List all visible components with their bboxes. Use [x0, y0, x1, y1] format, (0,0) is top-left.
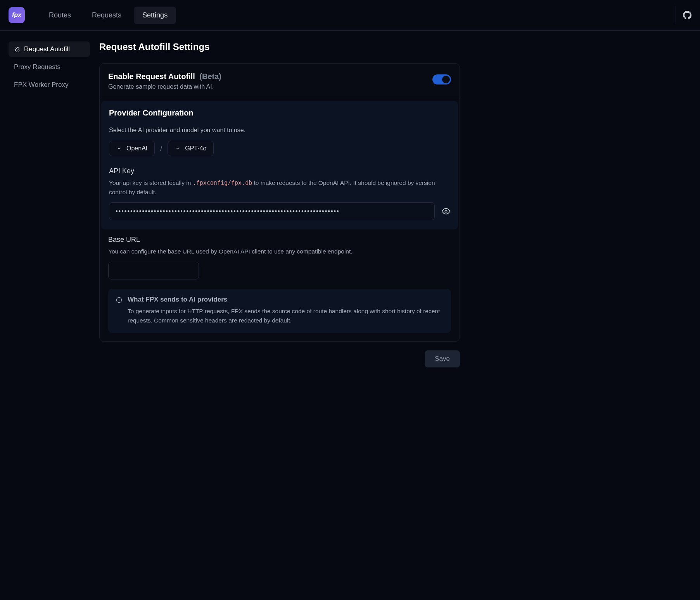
info-title: What FPX sends to AI providers [128, 296, 443, 303]
provider-sub: Select the AI provider and model you wan… [109, 127, 450, 134]
baseurl-help: You can configure the base URL used by O… [108, 247, 451, 256]
main-nav: Routes Requests Settings [40, 7, 176, 24]
nav-settings[interactable]: Settings [134, 7, 176, 24]
provider-selectors: OpenAI / GPT-4o [109, 141, 450, 156]
main-content: Request Autofill Settings Enable Request… [99, 41, 460, 367]
save-button[interactable]: Save [425, 350, 460, 367]
enable-subtitle: Generate sample request data with AI. [108, 83, 221, 90]
sidebar-item-label: FPX Worker Proxy [14, 81, 68, 89]
apikey-label: API Key [109, 167, 450, 175]
chevron-down-icon [116, 146, 122, 151]
enable-section: Enable Request Autofill (Beta) Generate … [100, 64, 460, 99]
baseurl-section: Base URL You can configure the base URL … [100, 231, 460, 289]
sidebar-item-label: Proxy Requests [14, 63, 60, 71]
page-title: Request Autofill Settings [99, 41, 460, 52]
sidebar-item-label: Request Autofill [24, 45, 70, 53]
eye-icon[interactable] [442, 207, 450, 216]
enable-title: Enable Request Autofill (Beta) [108, 72, 221, 81]
sidebar-item-autofill[interactable]: Request Autofill [9, 41, 90, 57]
settings-sidebar: Request Autofill Proxy Requests FPX Work… [9, 41, 90, 367]
apikey-input[interactable] [109, 202, 435, 220]
beta-tag: (Beta) [199, 72, 221, 81]
provider-select[interactable]: OpenAI [109, 141, 155, 156]
settings-card: Enable Request Autofill (Beta) Generate … [99, 63, 460, 342]
sidebar-item-worker[interactable]: FPX Worker Proxy [9, 77, 90, 93]
config-path: .fpxconfig/fpx.db [193, 179, 252, 186]
provider-panel: Provider Configuration Select the AI pro… [101, 101, 458, 229]
apikey-help: Your api key is stored locally in .fpxco… [109, 178, 450, 197]
info-text: To generate inputs for HTTP requests, FP… [128, 307, 443, 325]
magic-wand-icon [14, 46, 20, 52]
baseurl-input[interactable] [108, 262, 199, 279]
info-icon [116, 297, 122, 303]
model-select[interactable]: GPT-4o [168, 141, 214, 156]
enable-toggle[interactable] [432, 74, 451, 84]
provider-heading: Provider Configuration [109, 109, 450, 117]
svg-point-0 [445, 210, 447, 213]
sidebar-item-proxy[interactable]: Proxy Requests [9, 59, 90, 75]
separator: / [160, 145, 162, 153]
logo[interactable]: fpx [9, 7, 25, 23]
topbar: fpx Routes Requests Settings [0, 0, 700, 31]
nav-routes[interactable]: Routes [40, 7, 80, 24]
github-icon[interactable] [683, 11, 691, 19]
chevron-down-icon [175, 146, 180, 151]
info-box: What FPX sends to AI providers To genera… [108, 289, 451, 333]
baseurl-label: Base URL [108, 236, 451, 244]
nav-requests[interactable]: Requests [83, 7, 130, 24]
divider [676, 6, 676, 24]
